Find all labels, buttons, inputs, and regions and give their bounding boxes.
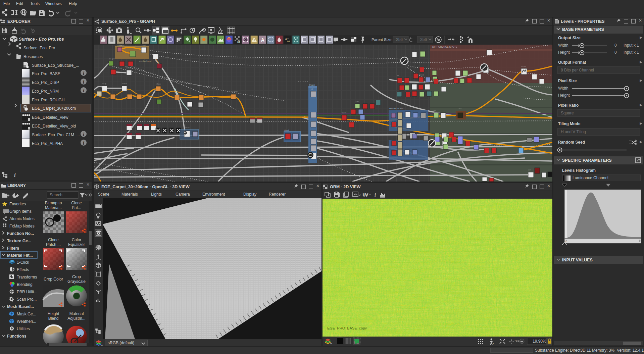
svg-text:01: 01 xyxy=(287,40,290,43)
svg-text:A: A xyxy=(261,37,264,43)
svg-text:gray: gray xyxy=(355,100,359,102)
svg-text:blend: blend xyxy=(141,45,146,46)
svg-text:Parent Size:: Parent Size: xyxy=(371,38,393,42)
svg-text:tile gen: tile gen xyxy=(109,58,115,60)
svg-text:levels: levels xyxy=(127,67,132,69)
svg-text:blend: blend xyxy=(284,129,289,131)
svg-text:hsl: hsl xyxy=(434,109,436,111)
svg-text:warp: warp xyxy=(102,83,107,85)
svg-text:blend2: blend2 xyxy=(184,127,191,129)
svg-text:blend: blend xyxy=(419,74,424,76)
svg-text:0: 0 xyxy=(565,240,567,243)
svg-text:rand tile: rand tile xyxy=(117,45,125,46)
svg-text:lvl: lvl xyxy=(397,74,399,77)
svg-text:curv: curv xyxy=(458,107,461,109)
svg-text:slope: slope xyxy=(156,83,161,85)
svg-text:4: 4 xyxy=(285,37,287,41)
svg-text:256: 256 xyxy=(396,37,403,42)
svg-text:01: 01 xyxy=(237,41,240,44)
svg-text:+1:1: +1:1 xyxy=(514,340,519,342)
svg-text:blend: blend xyxy=(175,91,180,93)
svg-text:HEIGHT BLEND: HEIGHT BLEND xyxy=(389,107,404,109)
svg-text:EGE_PRO_BASE_copy: EGE_PRO_BASE_copy xyxy=(327,326,367,330)
svg-text:mask: mask xyxy=(342,112,347,114)
svg-text:DIRT GRUNGE SPOTS: DIRT GRUNGE SPOTS xyxy=(432,46,457,48)
svg-text:out: out xyxy=(528,169,531,171)
svg-text:Output: Output xyxy=(309,84,315,86)
svg-text:256: 256 xyxy=(420,37,427,42)
svg-text:UV: UV xyxy=(363,193,368,197)
svg-text:x: x xyxy=(493,342,494,345)
svg-text:curve: curve xyxy=(521,65,526,67)
svg-text:i: i xyxy=(375,193,376,198)
svg-text:dir warp: dir warp xyxy=(231,91,238,93)
svg-text:warp: warp xyxy=(198,91,203,93)
svg-text:19.90%: 19.90% xyxy=(533,339,546,344)
svg-text:o1: o1 xyxy=(311,88,313,90)
svg-text:s blur: s blur xyxy=(122,83,127,85)
svg-text:overlap blend: overlap blend xyxy=(139,60,151,62)
svg-text:i: i xyxy=(14,172,16,178)
